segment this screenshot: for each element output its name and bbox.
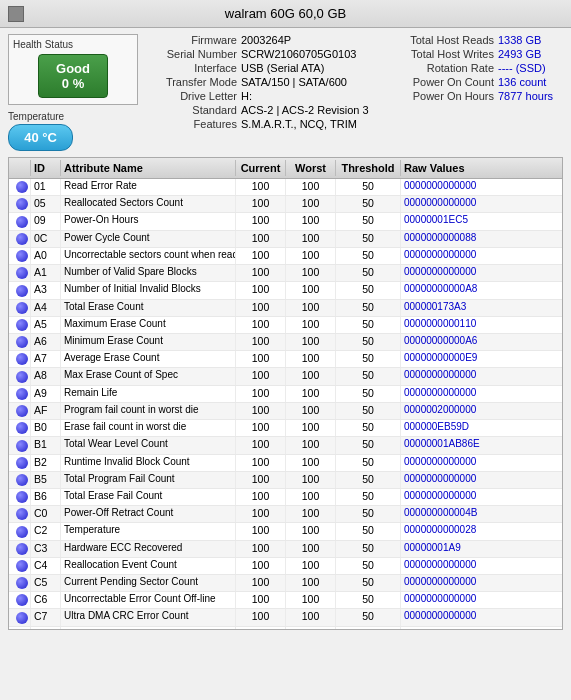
table-row[interactable]: A1 Number of Valid Spare Blocks 100 100 … [9, 265, 562, 282]
table-row[interactable]: C3 Hardware ECC Recovered 100 100 50 000… [9, 541, 562, 558]
row-attr-name: Power-On Hours [61, 213, 236, 229]
row-threshold: 50 [336, 437, 401, 453]
row-id: AF [31, 403, 61, 419]
row-dot [9, 420, 31, 436]
transfer-label: Transfer Mode [146, 76, 241, 88]
title-bar: walram 60G 60,0 GB [0, 0, 571, 28]
row-id: A5 [31, 317, 61, 333]
power-on-count-label: Power On Count [388, 76, 498, 88]
row-id: A7 [31, 351, 61, 367]
row-raw: 0000000000000 [401, 455, 501, 471]
row-current: 100 [236, 265, 286, 281]
table-row[interactable]: 05 Reallocated Sectors Count 100 100 50 … [9, 196, 562, 213]
health-label: Health Status [13, 39, 133, 50]
row-dot [9, 592, 31, 608]
row-attr-name: Maximum Erase Count [61, 317, 236, 333]
row-threshold: 50 [336, 472, 401, 488]
table-row[interactable]: B2 Runtime Invalid Block Count 100 100 5… [9, 455, 562, 472]
row-id: A0 [31, 248, 61, 264]
table-row[interactable]: A9 Remain Life 100 100 50 0000000000000 [9, 386, 562, 403]
row-threshold: 50 [336, 300, 401, 316]
row-threshold: 50 [336, 420, 401, 436]
table-row[interactable]: 0C Power Cycle Count 100 100 50 00000000… [9, 231, 562, 248]
row-raw: 0000000000088 [401, 231, 501, 247]
row-dot [9, 437, 31, 453]
table-row[interactable]: AF Program fail count in worst die 100 1… [9, 403, 562, 420]
table-row[interactable]: B0 Erase fail count in worst die 100 100… [9, 420, 562, 437]
col-worst: Worst [286, 160, 336, 176]
row-id: B0 [31, 420, 61, 436]
table-row[interactable]: 01 Read Error Rate 100 100 50 0000000000… [9, 179, 562, 196]
row-worst: 100 [286, 472, 336, 488]
transfer-val: SATA/150 | SATA/600 [241, 76, 347, 88]
temp-label: Temperature [8, 111, 138, 122]
row-dot [9, 627, 31, 629]
row-dot [9, 213, 31, 229]
table-row[interactable]: 09 Power-On Hours 100 100 50 00000001EC5 [9, 213, 562, 230]
table-row[interactable]: B1 Total Wear Level Count 100 100 50 000… [9, 437, 562, 454]
table-row[interactable]: A5 Maximum Erase Count 100 100 50 000000… [9, 317, 562, 334]
health-status: Good 0 % [38, 54, 108, 98]
table-row[interactable]: C6 Uncorrectable Error Count Off-line 10… [9, 592, 562, 609]
row-id: C7 [31, 609, 61, 625]
table-row[interactable]: C0 Power-Off Retract Count 100 100 50 00… [9, 506, 562, 523]
row-current: 100 [236, 282, 286, 298]
row-dot [9, 489, 31, 505]
features-val: S.M.A.R.T., NCQ, TRIM [241, 118, 357, 130]
table-row[interactable]: C5 Current Pending Sector Count 100 100 … [9, 575, 562, 592]
power-on-hours-val: 7877 hours [498, 90, 553, 102]
standard-row: Standard ACS-2 | ACS-2 Revision 3 [146, 104, 380, 116]
row-current: 100 [236, 386, 286, 402]
row-dot [9, 351, 31, 367]
row-attr-name: Number of Valid Spare Blocks [61, 265, 236, 281]
row-worst: 100 [286, 489, 336, 505]
row-raw: 0000000000000 [401, 386, 501, 402]
row-worst: 100 [286, 541, 336, 557]
row-threshold: 50 [336, 489, 401, 505]
row-current: 100 [236, 506, 286, 522]
window-icon [8, 6, 24, 22]
row-dot [9, 231, 31, 247]
row-worst: 100 [286, 506, 336, 522]
col-current: Current [236, 160, 286, 176]
row-threshold: 50 [336, 231, 401, 247]
table-row[interactable]: A0 Uncorrectable sectors count when read… [9, 248, 562, 265]
standard-label: Standard [146, 104, 241, 116]
row-threshold: 50 [336, 213, 401, 229]
serial-label: Serial Number [146, 48, 241, 60]
row-worst: 100 [286, 196, 336, 212]
transfer-row: Transfer Mode SATA/150 | SATA/600 [146, 76, 380, 88]
table-row[interactable]: C4 Reallocation Event Count 100 100 50 0… [9, 558, 562, 575]
table-row[interactable]: A8 Max Erase Count of Spec 100 100 50 00… [9, 368, 562, 385]
row-raw: 0000000000110 [401, 317, 501, 333]
row-id: A1 [31, 265, 61, 281]
row-raw: 000000EB59D [401, 420, 501, 436]
row-worst: 100 [286, 627, 336, 629]
table-row[interactable]: A3 Number of Initial Invalid Blocks 100 … [9, 282, 562, 299]
table-row[interactable]: A7 Average Erase Count 100 100 50 000000… [9, 351, 562, 368]
table-row[interactable]: A4 Total Erase Count 100 100 50 00000017… [9, 300, 562, 317]
rotation-val: ---- (SSD) [498, 62, 546, 74]
host-reads-row: Total Host Reads 1338 GB [388, 34, 563, 46]
row-id: C0 [31, 506, 61, 522]
table-row[interactable]: C2 Temperature 100 100 50 0000000000028 [9, 523, 562, 540]
row-attr-name: Read Error Rate [61, 179, 236, 195]
table-row[interactable]: C7 Ultra DMA CRC Error Count 100 100 50 … [9, 609, 562, 626]
row-raw: 00000001AB86E [401, 437, 501, 453]
table-row[interactable]: A6 Minimum Erase Count 100 100 50 000000… [9, 334, 562, 351]
row-raw: 000000173A3 [401, 300, 501, 316]
row-attr-name: Temperature [61, 523, 236, 539]
row-worst: 100 [286, 592, 336, 608]
info-section: Health Status Good 0 % Temperature 40 °C [8, 34, 563, 151]
row-id: A3 [31, 282, 61, 298]
row-dot [9, 334, 31, 350]
row-worst: 100 [286, 351, 336, 367]
row-dot [9, 265, 31, 281]
table-row[interactable]: B6 Total Erase Fail Count 100 100 50 000… [9, 489, 562, 506]
serial-val: SCRW21060705G0103 [241, 48, 356, 60]
table-row[interactable]: B5 Total Program Fail Count 100 100 50 0… [9, 472, 562, 489]
row-raw: 00000000000A6 [401, 334, 501, 350]
row-threshold: 50 [336, 575, 401, 591]
table-row[interactable]: E8 Available Reserved Space 100 100 50 0… [9, 627, 562, 629]
row-id: A4 [31, 300, 61, 316]
